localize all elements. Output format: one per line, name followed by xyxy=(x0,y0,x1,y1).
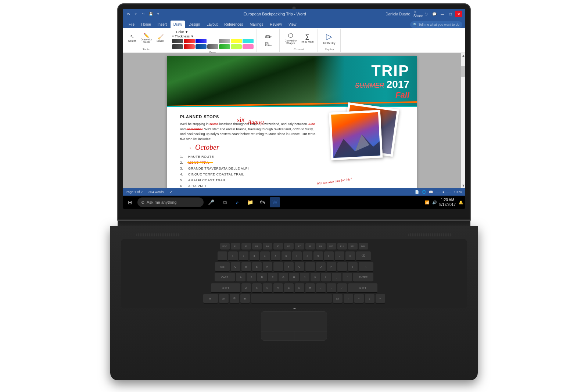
select-button[interactable]: ↖ Select xyxy=(126,33,137,43)
key-f[interactable]: F xyxy=(268,273,277,282)
scroll-down-button[interactable]: ▼ xyxy=(461,183,465,188)
activity-icon[interactable]: ⏱ xyxy=(423,11,430,17)
word-taskbar-button[interactable]: W xyxy=(270,197,280,207)
key-b[interactable]: B xyxy=(284,283,294,293)
key-i[interactable]: I xyxy=(305,262,315,272)
tab-insert[interactable]: Insert xyxy=(155,21,170,28)
key-space[interactable] xyxy=(251,294,332,304)
pen-12[interactable] xyxy=(219,44,230,49)
store-button[interactable]: 🛍 xyxy=(257,197,268,207)
key-f10[interactable]: F10 xyxy=(327,243,336,250)
key-semicolon[interactable]: ; xyxy=(332,273,341,282)
tab-draw[interactable]: Draw xyxy=(171,21,185,28)
key-tab[interactable]: TAB xyxy=(215,262,230,272)
key-f8[interactable]: F8 xyxy=(305,243,315,250)
key-x[interactable]: X xyxy=(252,283,262,293)
key-7[interactable]: 7 xyxy=(292,251,302,261)
view-print-icon[interactable]: 📄 xyxy=(415,190,419,194)
key-4[interactable]: 4 xyxy=(260,251,270,261)
key-y[interactable]: Y xyxy=(284,262,294,272)
key-equals[interactable]: = xyxy=(345,251,355,261)
tab-mailings[interactable]: Mailings xyxy=(247,21,266,28)
key-period[interactable]: . xyxy=(327,283,336,293)
tab-references[interactable]: References xyxy=(221,21,246,28)
key-f4[interactable]: F4 xyxy=(263,243,272,250)
key-f5[interactable]: F5 xyxy=(273,243,283,250)
key-backtick[interactable]: ` xyxy=(218,251,227,261)
key-del[interactable]: DEL xyxy=(359,243,368,250)
key-r[interactable]: R xyxy=(263,262,272,272)
key-comma[interactable]: , xyxy=(316,283,326,293)
key-minus[interactable]: - xyxy=(335,251,344,261)
key-up[interactable]: ↑ xyxy=(344,294,353,304)
scrollbar[interactable]: ▲ ▼ xyxy=(461,53,465,188)
key-3[interactable]: 3 xyxy=(250,251,259,261)
key-enter[interactable]: ENTER xyxy=(353,273,373,282)
tab-layout[interactable]: Layout xyxy=(204,21,220,28)
key-m[interactable]: M xyxy=(305,283,315,293)
key-slash[interactable]: / xyxy=(337,283,347,293)
notification-icon[interactable]: 🔔 xyxy=(459,200,463,204)
volume-icon[interactable]: 🔊 xyxy=(432,200,437,204)
pen-11[interactable] xyxy=(207,44,218,49)
key-f1[interactable]: F1 xyxy=(231,243,240,250)
key-left[interactable]: ← xyxy=(354,294,364,304)
key-n[interactable]: N xyxy=(295,283,304,293)
start-button[interactable]: ⊞ xyxy=(125,197,135,207)
scroll-up-button[interactable]: ▲ xyxy=(461,53,465,58)
key-f7[interactable]: F7 xyxy=(295,243,304,250)
key-win[interactable]: ⊞ xyxy=(230,294,239,304)
redo-icon[interactable]: ↪ xyxy=(140,11,146,17)
task-view-button[interactable]: ⧉ xyxy=(220,197,230,207)
pen-3[interactable] xyxy=(196,39,207,43)
close-button[interactable]: ✕ xyxy=(455,11,462,17)
pen-7[interactable] xyxy=(243,39,254,43)
tab-home[interactable]: Home xyxy=(138,21,154,28)
key-o[interactable]: O xyxy=(316,262,326,272)
pen-9[interactable] xyxy=(184,44,195,49)
key-quote[interactable]: ' xyxy=(343,273,352,282)
key-ctrl-l[interactable]: ctrl xyxy=(219,294,229,304)
key-s[interactable]: S xyxy=(247,273,256,282)
touchpad-left-btn[interactable] xyxy=(261,331,294,340)
share-button[interactable]: ⇧ Share xyxy=(415,11,422,17)
key-right[interactable]: → xyxy=(376,294,385,304)
tab-view[interactable]: View xyxy=(286,21,300,28)
key-f6[interactable]: F6 xyxy=(284,243,294,250)
key-8[interactable]: 8 xyxy=(303,251,312,261)
explorer-button[interactable]: 📁 xyxy=(245,197,255,207)
view-read-icon[interactable]: 📖 xyxy=(429,190,433,194)
key-z[interactable]: Z xyxy=(241,283,251,293)
clock[interactable]: 1:20 AM 8/12/2017 xyxy=(440,197,456,207)
key-j[interactable]: J xyxy=(300,273,309,282)
scrollbar-thumb[interactable] xyxy=(461,66,465,77)
key-0[interactable]: 0 xyxy=(324,251,334,261)
key-alt-r[interactable]: alt xyxy=(333,294,343,304)
key-l[interactable]: L xyxy=(321,273,331,282)
pen-14[interactable] xyxy=(243,44,254,49)
key-fn[interactable]: fn xyxy=(203,294,218,304)
ink-math-button[interactable]: ∑ Ink to Math xyxy=(300,33,315,44)
taskbar-search[interactable]: ⊙ Ask me anything xyxy=(137,197,204,207)
key-t[interactable]: T xyxy=(273,262,283,272)
key-d[interactable]: D xyxy=(257,273,267,282)
key-k[interactable]: K xyxy=(311,273,320,282)
key-u[interactable]: U xyxy=(295,262,304,272)
key-f12[interactable]: F12 xyxy=(348,243,358,250)
minimize-button[interactable]: — xyxy=(439,11,446,17)
ribbon-search[interactable]: 🔍 Tell me what you want to do xyxy=(410,21,462,28)
key-p[interactable]: P xyxy=(327,262,336,272)
tab-review[interactable]: Review xyxy=(267,21,285,28)
zoom-slider[interactable]: ——●—— xyxy=(436,190,451,194)
key-g[interactable]: G xyxy=(279,273,288,282)
tab-file[interactable]: File xyxy=(126,21,137,28)
key-5[interactable]: 5 xyxy=(271,251,280,261)
eraser-button[interactable]: 🧹 Eraser xyxy=(155,34,166,43)
key-down[interactable]: ↓ xyxy=(365,294,374,304)
pen-2[interactable] xyxy=(184,39,195,43)
network-icon[interactable]: 📶 xyxy=(425,200,429,204)
pen-6[interactable] xyxy=(231,39,242,43)
pen-5[interactable] xyxy=(219,39,230,43)
key-e[interactable]: E xyxy=(252,262,262,272)
ink-editor-button[interactable]: ✏ InkEditor xyxy=(263,32,273,47)
